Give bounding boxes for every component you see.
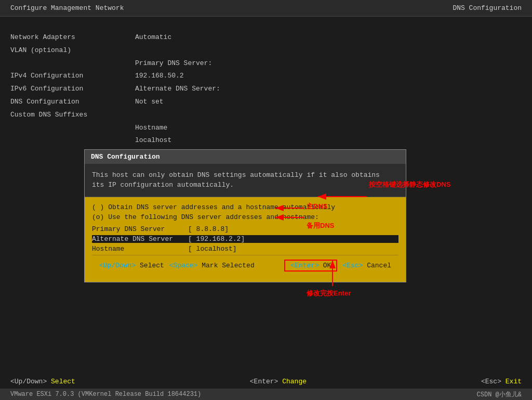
bottom-bar: <Up/Down> Select <Enter> Change <Esc> Ex…: [0, 375, 532, 389]
footer-space: <Space> Mark Selected: [169, 262, 255, 269]
dialog-option-auto[interactable]: ( ) Obtain DNS server addresses and a ho…: [92, 203, 398, 211]
vmware-version: VMware ESXi 7.0.3 (VMKernel Release Buil…: [10, 391, 201, 398]
dialog-title: DNS Configuration: [85, 150, 406, 164]
primary-dns-label: Primary DNS Server: [92, 225, 188, 233]
csdn-credit: CSDN @小鱼儿&: [477, 390, 522, 399]
bottom-left: <Up/Down> Select: [10, 378, 75, 385]
dialog-footer: <Up/Down> Select <Space> Mark Selected <…: [92, 255, 398, 276]
dialog-desc-line2: its IP configuration automatically.: [92, 180, 398, 190]
dialog-overlay: DNS Configuration This host can only obt…: [0, 0, 532, 400]
dialog-field-hostname[interactable]: Hostname [ localhost ]: [92, 245, 398, 253]
alt-dns-label: Alternate DNS Server: [92, 235, 188, 243]
bottom-center: <Enter> Change: [250, 378, 307, 385]
dialog-description: This host can only obtain DNS settings a…: [85, 164, 406, 197]
hostname-value: [ localhost: [188, 245, 233, 253]
dialog-field-alt-dns[interactable]: Alternate DNS Server [ 192.168.2.2 ]: [92, 235, 398, 243]
main-screen: Configure Management Network DNS Configu…: [0, 0, 532, 400]
footer-updown: <Up/Down> Select: [99, 262, 164, 269]
dialog-body: ( ) Obtain DNS server addresses and a ho…: [85, 197, 406, 282]
alt-dns-value: [ 192.168.2.2: [188, 235, 241, 243]
footer-cancel: <Esc> Cancel: [342, 262, 391, 269]
status-bar: VMware ESXi 7.0.3 (VMKernel Release Buil…: [0, 389, 532, 400]
hostname-label: Hostname: [92, 245, 188, 253]
dialog-desc-line1: This host can only obtain DNS settings a…: [92, 170, 398, 180]
primary-dns-value: [ 8.8.8.8: [188, 225, 224, 233]
dialog-option-manual[interactable]: (o) Use the following DNS server address…: [92, 213, 398, 221]
dns-config-dialog: DNS Configuration This host can only obt…: [84, 149, 406, 282]
dialog-field-primary-dns[interactable]: Primary DNS Server [ 8.8.8.8 ]: [92, 225, 398, 233]
ok-button[interactable]: <Enter> OK: [284, 260, 337, 272]
bottom-right: <Esc> Exit: [481, 378, 522, 385]
